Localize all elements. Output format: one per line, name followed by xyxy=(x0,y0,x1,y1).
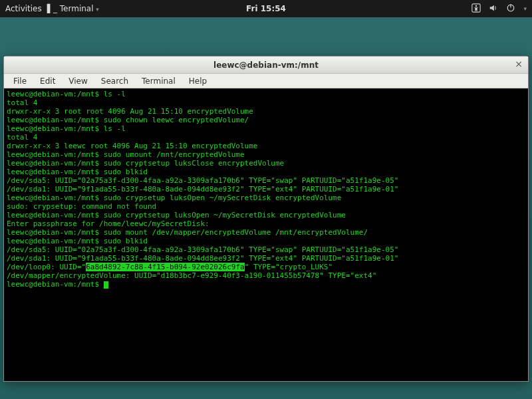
terminal-line: /dev/sda5: UUID="02a75a3f-d300-4faa-a92a… xyxy=(7,176,525,185)
terminal-line: leewc@debian-vm:/mnt$ sudo blkid xyxy=(7,168,525,176)
svg-point-1 xyxy=(475,5,477,6)
terminal-output[interactable]: leewc@debian-vm:/mnt$ ls -ltotal 4drwxr-… xyxy=(4,88,528,381)
terminal-line: /dev/sda1: UUID="9f1ada55-b33f-480a-8ade… xyxy=(7,185,525,194)
terminal-window: leewc@debian-vm:/mnt × File Edit View Se… xyxy=(3,56,529,382)
gnome-top-panel: Activities ▌_ Terminal ▾ Fri 15:54 ▾ xyxy=(0,0,532,17)
menu-help[interactable]: Help xyxy=(184,75,212,87)
terminal-line: drwxr-xr-x 3 root root 4096 Aug 21 15:10… xyxy=(7,107,525,116)
terminal-line: Enter passphrase for /home/leewc/mySecre… xyxy=(7,219,525,228)
menu-file[interactable]: File xyxy=(8,75,32,87)
terminal-line: leewc@debian-vm:/mnt$ sudo blkid xyxy=(7,237,525,245)
terminal-line: leewc@debian-vm:/mnt$ sudo crypsetup luk… xyxy=(7,194,525,202)
terminal-line: sudo: crypsetup: command not found xyxy=(7,202,525,211)
close-icon[interactable]: × xyxy=(513,59,524,70)
terminal-line: /dev/loop0: UUID="6a8d4892-7c88-4f15-b09… xyxy=(7,263,525,271)
volume-icon[interactable] xyxy=(489,3,498,15)
terminal-line: leewc@debian-vm:/mnt$ ls -l xyxy=(7,90,525,98)
menu-search[interactable]: Search xyxy=(96,75,134,87)
window-titlebar[interactable]: leewc@debian-vm:/mnt × xyxy=(4,57,528,74)
menu-edit[interactable]: Edit xyxy=(35,75,61,87)
menubar: File Edit View Search Terminal Help xyxy=(4,74,528,88)
window-title: leewc@debian-vm:/mnt xyxy=(213,61,319,70)
chevron-down-icon: ▾ xyxy=(523,5,527,12)
selection-highlight: 6a8d4892-7c88-4f15-b094-92e02026c9fa xyxy=(86,263,244,271)
clock[interactable]: Fri 15:54 xyxy=(246,4,286,13)
power-icon[interactable] xyxy=(506,3,515,15)
terminal-line: drwxr-xr-x 3 leewc root 4096 Aug 21 15:1… xyxy=(7,142,525,150)
terminal-line: /dev/mapper/encryptedVolume: UUID="d18b3… xyxy=(7,271,525,280)
terminal-line: /dev/sda5: UUID="02a75a3f-d300-4faa-a92a… xyxy=(7,245,525,254)
app-menu-label: Terminal xyxy=(60,4,94,13)
menu-terminal[interactable]: Terminal xyxy=(136,75,181,87)
terminal-line: leewc@debian-vm:/mnt$ xyxy=(7,280,525,289)
app-menu[interactable]: ▌_ Terminal ▾ xyxy=(47,4,99,13)
menu-view[interactable]: View xyxy=(63,75,92,87)
svg-rect-3 xyxy=(511,4,511,7)
terminal-line: total 4 xyxy=(7,133,525,142)
terminal-line: total 4 xyxy=(7,98,525,107)
activities-button[interactable]: Activities xyxy=(5,4,42,13)
terminal-line: leewc@debian-vm:/mnt$ sudo mount /dev/ma… xyxy=(7,228,525,237)
chevron-down-icon: ▾ xyxy=(96,6,99,13)
terminal-line: leewc@debian-vm:/mnt$ sudo chown leewc e… xyxy=(7,116,525,124)
terminal-cursor xyxy=(104,281,108,289)
accessibility-icon[interactable] xyxy=(471,3,481,15)
terminal-line: leewc@debian-vm:/mnt$ sudo umount /mnt/e… xyxy=(7,150,525,159)
terminal-line: /dev/sda1: UUID="9f1ada55-b33f-480a-8ade… xyxy=(7,254,525,263)
terminal-line: leewc@debian-vm:/mnt$ sudo cryptsetup lu… xyxy=(7,211,525,219)
terminal-icon: ▌_ xyxy=(47,4,57,13)
terminal-line: leewc@debian-vm:/mnt$ ls -l xyxy=(7,124,525,133)
terminal-line: leewc@debian-vm:/mnt$ sudo cryptsetup lu… xyxy=(7,159,525,168)
